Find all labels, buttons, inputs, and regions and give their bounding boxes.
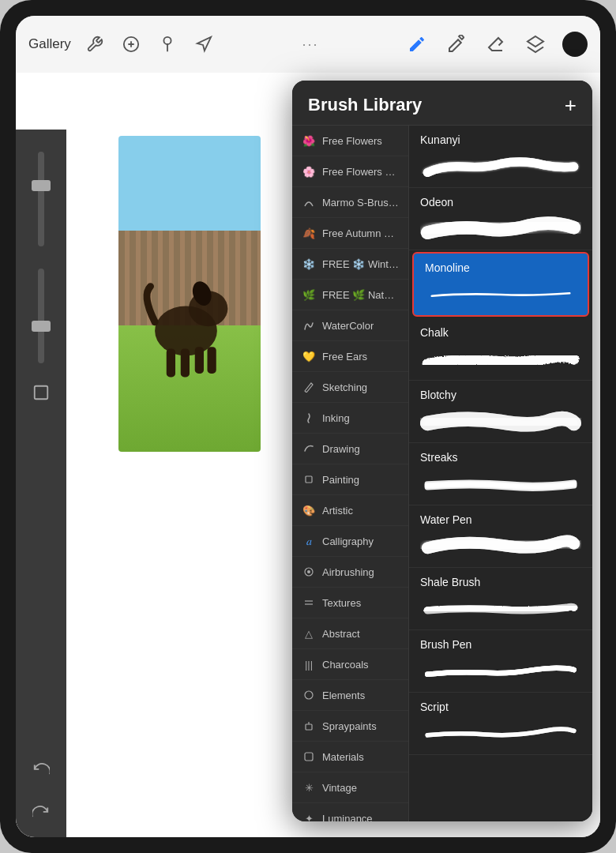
gallery-button[interactable]: Gallery (28, 36, 71, 52)
brush-name-blotchy: Blotchy (420, 389, 581, 401)
category-label-free-autumn: Free Autumn Brushes... (322, 227, 399, 239)
brush-name-monoline: Monoline (425, 261, 577, 274)
opacity-slider[interactable] (38, 269, 44, 363)
brush-size-thumb[interactable] (32, 180, 51, 191)
brush-library-body: 🌺 Free Flowers 🌸 Free Flowers V.2 Marmo … (292, 126, 592, 821)
svg-rect-7 (208, 347, 216, 374)
category-item-airbrushing[interactable]: Airbrushing (292, 557, 408, 588)
svg-rect-16 (306, 724, 312, 730)
category-item-watercolor[interactable]: WaterColor (292, 310, 408, 341)
svg-rect-6 (195, 347, 204, 374)
brush-name-brush-pen: Brush Pen (420, 638, 581, 651)
svg-rect-4 (167, 348, 175, 377)
square-icon[interactable] (28, 379, 54, 406)
category-item-painting[interactable]: Painting (292, 464, 408, 495)
category-item-charcoals[interactable]: ||| Charcoals (292, 649, 408, 680)
category-item-materials[interactable]: Materials (292, 742, 408, 772)
wrench-icon[interactable] (82, 32, 107, 57)
brush-stroke-shale-brush (420, 593, 581, 625)
category-icon-sketching (302, 380, 316, 394)
category-icon-elements (302, 688, 316, 702)
category-icon-free-ears: 💛 (302, 349, 316, 363)
undo-button[interactable] (28, 755, 54, 782)
category-item-vintage[interactable]: ✳ Vintage (292, 772, 408, 803)
category-item-free-ears[interactable]: 💛 Free Ears (292, 341, 408, 372)
brush-name-odeon: Odeon (420, 196, 581, 209)
category-icon-free-winter: ❄️ (302, 257, 316, 271)
brush-item-brush-pen[interactable]: Brush Pen (409, 630, 592, 693)
category-icon-watercolor (302, 318, 316, 333)
category-item-calligraphy[interactable]: 𝑎 Calligraphy (292, 526, 408, 557)
add-brush-button[interactable]: + (565, 95, 577, 115)
svg-point-15 (305, 691, 313, 699)
category-item-free-nature[interactable]: 🌿 FREE 🌿 Nature... (292, 280, 408, 310)
brush-name-script: Script (420, 701, 581, 713)
category-label-calligraphy: Calligraphy (322, 535, 374, 547)
brush-item-chalk[interactable]: Chalk (409, 318, 592, 381)
smudge-icon[interactable] (155, 32, 180, 57)
svg-point-12 (307, 570, 310, 573)
category-label-watercolor: WaterColor (322, 320, 374, 332)
category-item-elements[interactable]: Elements (292, 680, 408, 711)
category-item-luminance[interactable]: ✦ Luminance (292, 803, 408, 821)
brush-stroke-streaks (420, 468, 581, 500)
category-item-artistic[interactable]: 🎨 Artistic (292, 495, 408, 526)
category-item-spraypaints[interactable]: Spraypaints (292, 711, 408, 742)
navigate-icon[interactable] (191, 32, 216, 57)
brush-list: Kunanyi Odeon (409, 126, 592, 821)
svg-rect-9 (35, 386, 48, 400)
category-item-inking[interactable]: Inking (292, 403, 408, 434)
brush-stroke-script (420, 718, 581, 750)
brush-name-kunanyi: Kunanyi (420, 133, 581, 146)
category-icon-free-nature: 🌿 (302, 287, 316, 302)
brush-size-slider[interactable] (38, 152, 44, 246)
category-item-drawing[interactable]: Drawing (292, 434, 408, 464)
category-item-free-flowers[interactable]: 🌺 Free Flowers (292, 126, 408, 156)
brush-name-water-pen: Water Pen (420, 513, 581, 526)
category-label-inking: Inking (322, 412, 350, 424)
category-item-free-winter[interactable]: ❄️ FREE ❄️ Winter N... (292, 249, 408, 280)
brush-item-script[interactable]: Script (409, 693, 592, 755)
category-item-free-flowers-v2[interactable]: 🌸 Free Flowers V.2 (292, 156, 408, 187)
brush-library-title: Brush Library (308, 95, 422, 115)
dog-photo (118, 136, 261, 452)
category-item-sketching[interactable]: Sketching (292, 372, 408, 403)
category-label-spraypaints: Spraypaints (322, 720, 377, 732)
brush-item-shale-brush[interactable]: Shale Brush (409, 568, 592, 630)
brush-item-blotchy[interactable]: Blotchy (409, 381, 592, 443)
category-label-sketching: Sketching (322, 381, 367, 393)
brush-item-odeon[interactable]: Odeon (409, 188, 592, 250)
top-bar-center: ··· (216, 36, 404, 53)
brush-item-water-pen[interactable]: Water Pen (409, 505, 592, 568)
category-label-painting: Painting (322, 474, 359, 486)
brush-item-kunanyi[interactable]: Kunanyi (409, 126, 592, 188)
category-icon-airbrushing (302, 565, 316, 579)
brush-item-monoline[interactable]: Monoline (412, 252, 589, 317)
category-icon-charcoals: ||| (302, 657, 316, 671)
brush-library-panel: Brush Library + 🌺 Free Flowers 🌸 Free Fl… (292, 81, 592, 821)
more-options-icon[interactable]: ··· (302, 36, 318, 53)
opacity-thumb[interactable] (32, 321, 51, 332)
redo-button[interactable] (28, 798, 54, 825)
category-item-abstract[interactable]: △ Abstract (292, 618, 408, 649)
category-label-free-flowers: Free Flowers (322, 135, 382, 147)
svg-rect-10 (306, 476, 312, 483)
category-icon-spraypaints (302, 719, 316, 733)
category-item-marmo[interactable]: Marmo S-Brush Pack (292, 187, 408, 218)
category-icon-inking (302, 411, 316, 425)
layers-tool-icon[interactable] (523, 32, 548, 57)
brush-stroke-chalk (420, 344, 581, 375)
adjustments-icon[interactable] (118, 32, 144, 57)
category-list: 🌺 Free Flowers 🌸 Free Flowers V.2 Marmo … (292, 126, 409, 821)
color-swatch[interactable] (562, 32, 588, 57)
brush-item-streaks[interactable]: Streaks (409, 443, 592, 505)
brush-name-streaks: Streaks (420, 451, 581, 464)
eraser-tool-icon[interactable] (483, 32, 509, 57)
brush-name-shale-brush: Shale Brush (420, 576, 581, 588)
category-item-free-autumn[interactable]: 🍂 Free Autumn Brushes... (292, 218, 408, 249)
category-label-elements: Elements (322, 690, 365, 701)
brush-tool-icon[interactable] (444, 32, 469, 57)
category-item-textures[interactable]: Textures (292, 588, 408, 618)
pen-tool-icon[interactable] (404, 32, 430, 57)
category-label-materials: Materials (322, 751, 364, 763)
